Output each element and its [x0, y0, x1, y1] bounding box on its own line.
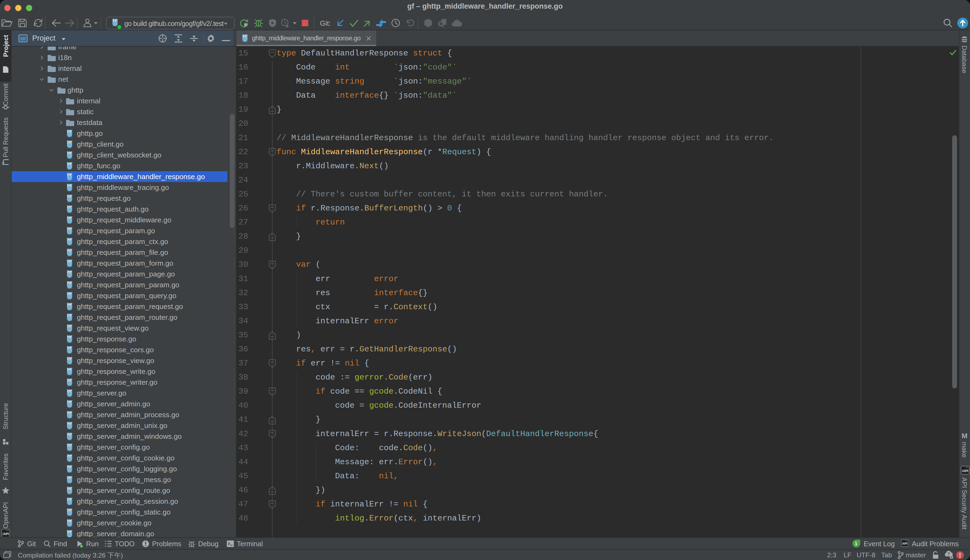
svg-text:/API: /API	[962, 469, 968, 473]
svg-text:?: ?	[947, 551, 950, 556]
svg-text:1: 1	[855, 541, 857, 546]
svg-text:/API: /API	[902, 542, 908, 545]
svg-text:/API: /API	[2, 532, 9, 536]
